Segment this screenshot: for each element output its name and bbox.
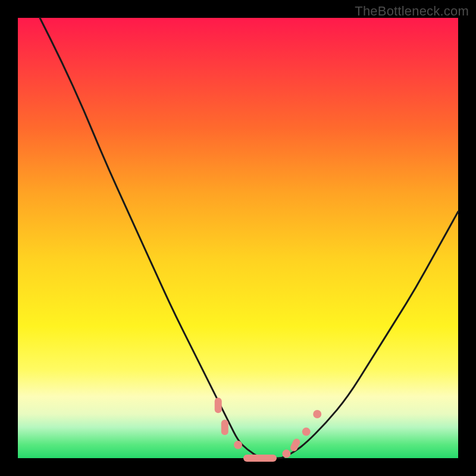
curve-markers (215, 397, 322, 462)
curve-path-group (40, 18, 458, 458)
bottleneck-curve (40, 18, 458, 458)
chart-frame: TheBottleneck.com (0, 0, 476, 476)
plot-area (18, 18, 458, 458)
curve-marker (282, 450, 290, 458)
curve-marker (234, 441, 242, 449)
curve-marker (221, 419, 228, 435)
curve-marker (243, 455, 277, 462)
bottleneck-curve-svg (18, 18, 458, 458)
curve-marker (302, 428, 311, 436)
curve-marker (313, 410, 321, 418)
watermark-text: TheBottleneck.com (355, 4, 469, 19)
curve-marker (289, 437, 301, 452)
curve-marker (215, 397, 222, 413)
